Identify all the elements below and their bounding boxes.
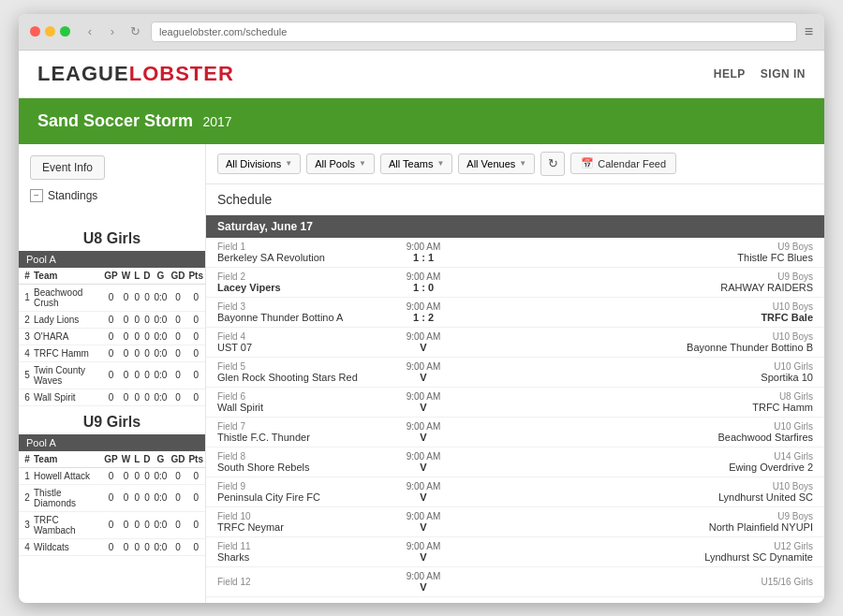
address-bar[interactable]	[151, 22, 797, 42]
game-score: 1 : 2	[413, 312, 434, 323]
game-home-team: Thistle F.C. Thunder	[217, 432, 386, 443]
table-row: 5 Twin County Waves 0 0 0 0 0:0 0 0	[19, 361, 205, 389]
game-score: V	[420, 342, 426, 353]
game-time: 9:00 AM	[407, 571, 441, 581]
game-division: U9 Boys	[777, 511, 813, 521]
sidebar-top: Event Info − Standings	[19, 144, 205, 223]
game-time: 9:00 AM	[407, 451, 441, 462]
venues-filter[interactable]: All Venues ▼	[458, 154, 535, 174]
main-content: Event Info − Standings U8 Girls Pool A #…	[19, 144, 824, 603]
game-division: U8 Girls	[779, 391, 813, 402]
col-rank: #	[19, 451, 32, 468]
game-home-cell: Field 7 Thistle F.C. Thunder	[217, 421, 386, 443]
game-row[interactable]: Field 10 TRFC Neymar 9:00 AM V U9 Boys N…	[206, 507, 824, 537]
game-time: 9:00 AM	[407, 541, 441, 551]
game-division: U14 Girls	[774, 451, 813, 462]
game-home-cell: Field 4 UST 07	[217, 331, 386, 353]
game-away-team: TRFC Bale	[761, 312, 813, 323]
refresh-button[interactable]: ↻	[126, 23, 143, 40]
logo-league: LEAGUE	[37, 62, 129, 85]
game-middle-cell: 9:00 AM V	[386, 391, 461, 413]
pool-a-u9: Pool A	[19, 434, 205, 451]
game-home-team: TRFC Neymar	[217, 521, 386, 533]
game-away-team: Beachwood Starfires	[718, 432, 814, 443]
game-middle-cell: 9:00 AM V	[386, 481, 461, 503]
game-division: U9 Boys	[777, 271, 813, 282]
browser-menu-icon[interactable]: ≡	[805, 23, 813, 40]
game-score: V	[420, 491, 426, 503]
game-home-team: South Shore Rebels	[217, 462, 386, 473]
game-score: V	[420, 462, 426, 473]
col-pts: Pts	[186, 268, 205, 285]
game-division: U12 Girls	[774, 541, 813, 551]
game-home-cell: Field 1 Berkeley SA Revolution	[217, 242, 386, 263]
game-row[interactable]: Field 9 Peninsula City Fire FC 9:00 AM V…	[206, 477, 824, 507]
teams-filter[interactable]: All Teams ▼	[380, 154, 452, 174]
game-score: V	[420, 372, 426, 383]
chevron-down-icon: ▼	[519, 159, 526, 168]
game-score: V	[420, 521, 426, 533]
sidebar: Event Info − Standings U8 Girls Pool A #…	[19, 144, 206, 603]
game-home-cell: Field 3 Bayonne Thunder Bottino A	[217, 301, 386, 323]
game-score: V	[420, 402, 426, 413]
logo-lobster: LOBSTER	[129, 62, 234, 85]
calendar-feed-button[interactable]: 📅 Calendar Feed	[570, 153, 676, 174]
game-field: Field 7	[217, 421, 386, 432]
maximize-dot[interactable]	[60, 26, 70, 37]
game-middle-cell: 9:00 AM V	[386, 451, 461, 473]
game-home-team: UST 07	[217, 342, 386, 353]
game-away-cell: U10 Boys Lyndhurst United SC	[461, 481, 813, 503]
game-field: Field 6	[217, 391, 386, 402]
refresh-button[interactable]: ↻	[540, 152, 565, 176]
game-away-cell: U10 Boys Bayonne Thunder Bottino B	[461, 331, 813, 353]
game-home-cell: Field 2 Lacey Vipers	[217, 271, 386, 293]
game-away-team: Ewing Overdrive 2	[729, 462, 813, 473]
game-row[interactable]: Field 2 Lacey Vipers 9:00 AM 1 : 0 U9 Bo…	[206, 268, 824, 298]
game-middle-cell: 9:00 AM 1 : 0	[386, 271, 461, 293]
standings-label: Standings	[48, 189, 97, 202]
divisions-filter[interactable]: All Divisions ▼	[217, 154, 301, 174]
minimize-dot[interactable]	[45, 26, 55, 37]
close-dot[interactable]	[30, 26, 40, 37]
game-away-cell: U8 Girls TRFC Hamm	[461, 391, 813, 413]
col-d: D	[141, 268, 152, 285]
game-row[interactable]: Field 12 9:00 AM V U15/16 Girls	[206, 567, 824, 597]
game-row[interactable]: Field 5 Glen Rock Shooting Stars Red 9:0…	[206, 358, 824, 388]
games-list: Field 1 Berkeley SA Revolution 9:00 AM 1…	[206, 238, 824, 597]
help-link[interactable]: HELP	[714, 67, 746, 81]
header-links: HELP SIGN IN	[714, 67, 806, 81]
forward-button[interactable]: ›	[104, 23, 121, 40]
game-row[interactable]: Field 6 Wall Spirit 9:00 AM V U8 Girls T…	[206, 388, 824, 418]
game-field: Field 2	[217, 271, 386, 282]
schedule-header: Schedule	[206, 184, 824, 215]
table-row: 2 Lady Lions 0 0 0 0 0:0 0 0	[19, 311, 205, 328]
event-info-button[interactable]: Event Info	[30, 155, 105, 180]
browser-chrome: ‹ › ↻ ≡	[19, 14, 824, 51]
game-away-cell: U10 Girls Beachwood Starfires	[461, 421, 813, 443]
game-home-cell: Field 10 TRFC Neymar	[217, 511, 386, 533]
game-row[interactable]: Field 8 South Shore Rebels 9:00 AM V U14…	[206, 447, 824, 477]
game-row[interactable]: Field 1 Berkeley SA Revolution 9:00 AM 1…	[206, 238, 824, 268]
col-gp: GP	[102, 268, 119, 285]
game-field: Field 8	[217, 451, 386, 462]
game-middle-cell: 9:00 AM V	[386, 571, 461, 593]
date-header: Saturday, June 17	[206, 215, 824, 238]
sign-in-link[interactable]: SIGN IN	[761, 67, 806, 81]
game-row[interactable]: Field 3 Bayonne Thunder Bottino A 9:00 A…	[206, 298, 824, 328]
standings-toggle[interactable]: − Standings	[30, 189, 194, 202]
game-middle-cell: 9:00 AM V	[386, 331, 461, 353]
game-row[interactable]: Field 4 UST 07 9:00 AM V U10 Boys Bayonn…	[206, 328, 824, 358]
game-division: U10 Girls	[774, 361, 813, 372]
game-row[interactable]: Field 11 Sharks 9:00 AM V U12 Girls Lynd…	[206, 537, 824, 567]
logo: LEAGUELOBSTER	[37, 62, 234, 86]
game-home-cell: Field 12	[217, 577, 386, 587]
game-home-cell: Field 9 Peninsula City Fire FC	[217, 481, 386, 503]
game-away-team: Lyndhurst United SC	[718, 491, 813, 503]
back-button[interactable]: ‹	[81, 23, 98, 40]
col-team: Team	[32, 451, 102, 468]
chevron-down-icon: ▼	[359, 159, 366, 168]
game-score: V	[420, 581, 426, 593]
col-rank: #	[19, 268, 32, 285]
game-row[interactable]: Field 7 Thistle F.C. Thunder 9:00 AM V U…	[206, 418, 824, 447]
pools-filter[interactable]: All Pools ▼	[306, 154, 375, 174]
